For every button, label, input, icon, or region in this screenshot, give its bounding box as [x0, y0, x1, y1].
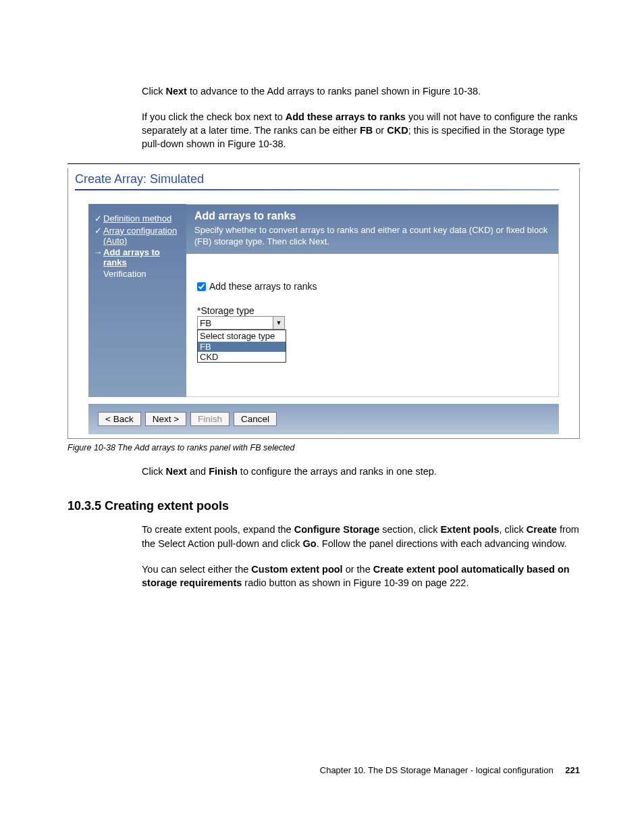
text-bold: CKD [387, 125, 408, 136]
chevron-down-icon: ▼ [273, 317, 284, 329]
wizard-title: Create Array: Simulated [68, 168, 579, 189]
wizard-sidebar: ✓ Definition method ✓ Array configuratio… [88, 204, 186, 398]
sidebar-step-label: Add arrays to ranks [103, 247, 184, 267]
back-button[interactable]: < Back [98, 412, 141, 426]
text: , click [499, 524, 526, 535]
text: If you click the check box next to [142, 111, 286, 122]
add-arrays-checkbox[interactable] [197, 282, 206, 291]
text: radio button as shown in Figure 10-39 on… [242, 577, 468, 588]
text: or the [343, 564, 373, 575]
paragraph-5: You can select either the Custom extent … [142, 563, 580, 590]
cancel-button[interactable]: Cancel [234, 412, 277, 426]
text: to configure the arrays and ranks in one… [238, 466, 437, 477]
section-heading: 10.3.5 Creating extent pools [68, 499, 580, 513]
check-icon: ✓ [92, 226, 103, 236]
text-bold: Create [527, 524, 557, 535]
text: or [373, 125, 387, 136]
text: Click [142, 86, 165, 97]
text: and [187, 466, 209, 477]
text-bold: Go [303, 538, 317, 549]
figure-caption: Figure 10-38 The Add arrays to ranks pan… [68, 443, 580, 452]
wizard-header: Add arrays to ranks Specify whether to c… [186, 205, 558, 255]
sidebar-step-array-config[interactable]: ✓ Array configuration (Auto) [92, 226, 184, 246]
wizard-button-bar: < Back Next > Finish Cancel [88, 404, 559, 434]
arrow-right-icon: → [92, 247, 103, 258]
dropdown-header: Select storage type [198, 330, 286, 342]
storage-type-select[interactable]: FB ▼ [197, 316, 285, 330]
text: You can select either the [142, 564, 251, 575]
sidebar-step-verification[interactable]: Verification [92, 269, 184, 279]
dropdown-option-fb[interactable]: FB [198, 342, 286, 352]
next-button[interactable]: Next > [145, 412, 186, 426]
paragraph-1: Click Next to advance to the Add arrays … [142, 84, 580, 98]
text: Click [142, 466, 165, 477]
text-bold: Configure Storage [294, 524, 379, 535]
text: To create extent pools, expand the [142, 524, 294, 535]
sidebar-step-add-arrays[interactable]: → Add arrays to ranks [92, 247, 184, 267]
text: . Follow the panel directions with each … [317, 538, 567, 549]
sidebar-step-label: Definition method [103, 213, 171, 224]
check-icon: ✓ [92, 213, 103, 224]
paragraph-4: To create extent pools, expand the Confi… [142, 523, 580, 550]
sidebar-step-definition[interactable]: ✓ Definition method [92, 213, 184, 224]
dropdown-option-ckd[interactable]: CKD [198, 352, 286, 362]
text: section, click [379, 524, 440, 535]
wizard-step-title: Add arrays to ranks [194, 210, 550, 222]
text: to advance to the Add arrays to ranks pa… [187, 86, 481, 97]
storage-type-value: FB [200, 318, 211, 328]
sidebar-step-label: Verification [103, 269, 146, 279]
paragraph-2: If you click the check box next to Add t… [142, 110, 580, 151]
storage-type-dropdown: Select storage type FB CKD [197, 330, 286, 363]
text-bold: Custom extent pool [251, 564, 342, 575]
figure-10-38: Create Array: Simulated ✓ Definition met… [68, 163, 580, 440]
wizard-step-desc: Specify whether to convert arrays to ran… [194, 225, 550, 248]
add-arrays-checkbox-label: Add these arrays to ranks [209, 281, 317, 292]
paragraph-3: Click Next and Finish to configure the a… [142, 465, 580, 478]
storage-type-label: *Storage type [197, 305, 547, 316]
text-bold: Next [165, 86, 186, 97]
text-bold: Next [165, 466, 186, 477]
finish-button[interactable]: Finish [190, 412, 230, 426]
text-bold: Extent pools [440, 524, 499, 535]
footer-chapter: Chapter 10. The DS Storage Manager - log… [320, 765, 554, 775]
text-bold: Add these arrays to ranks [286, 111, 406, 122]
footer-page-number: 221 [565, 765, 580, 775]
page-footer: Chapter 10. The DS Storage Manager - log… [68, 765, 580, 775]
text-bold: FB [360, 125, 373, 136]
text-bold: Finish [209, 466, 238, 477]
sidebar-step-label: Array configuration (Auto) [103, 226, 184, 246]
